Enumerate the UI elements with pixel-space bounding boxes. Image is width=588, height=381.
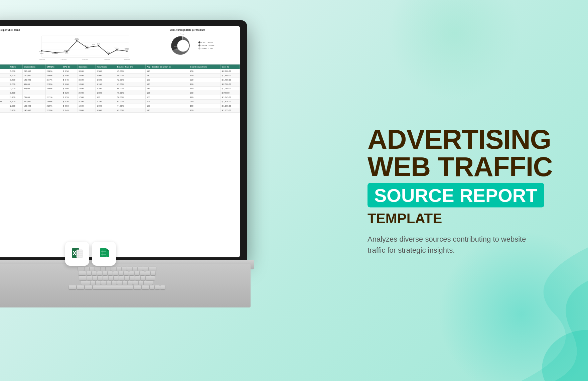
key xyxy=(92,271,97,275)
cell-goals: 140 xyxy=(189,87,220,91)
legend-label-social: Social xyxy=(201,44,207,46)
key-tab xyxy=(79,271,86,275)
cell-bounce: 44.00% xyxy=(116,104,146,108)
svg-text:Facebook: Facebook xyxy=(52,53,58,54)
col-sessions: Sessions xyxy=(78,65,96,69)
table-row: Sale 3,800 120,000 3.17% $ 0.45 3,100 1,… xyxy=(0,78,240,82)
key-row-2 xyxy=(0,271,244,275)
cell-impressions: 100,000 xyxy=(22,104,45,108)
cell-duration: 135 xyxy=(146,100,189,104)
excel-icon[interactable]: X xyxy=(65,242,89,266)
keyboard-area xyxy=(0,264,251,307)
key-shift-r xyxy=(144,281,153,285)
title-badge: SOURCE REPORT xyxy=(368,183,544,208)
svg-text:7-Jun-2024: 7-Jun-2024 xyxy=(104,59,110,60)
cell-new-users: 1,800 xyxy=(96,91,116,95)
key xyxy=(129,271,134,275)
key xyxy=(125,276,129,280)
svg-point-0 xyxy=(532,319,588,381)
key xyxy=(85,267,89,271)
donut-chart-svg: 57.8% Social 34.7% 7.5% Video xyxy=(170,32,196,59)
key xyxy=(78,267,84,271)
charts-area: Cost per Click Trend xyxy=(0,26,240,65)
laptop-screen: Cost per Click Trend xyxy=(0,26,240,257)
svg-text:Email: Email xyxy=(92,44,95,45)
cell-type: ale xyxy=(0,87,9,91)
laptop-container: Cost per Click Trend xyxy=(0,20,254,321)
cell-sessions: 1,800 xyxy=(78,87,96,91)
cell-duration: 120 xyxy=(146,69,189,74)
cell-goals: 230 xyxy=(189,91,220,95)
cell-sessions: 2,700 xyxy=(78,91,96,95)
key xyxy=(114,276,119,280)
key xyxy=(135,271,139,275)
legend-value-social: 57.8% xyxy=(208,44,214,46)
key xyxy=(90,267,95,271)
right-content: ADVERTISING WEB TRAFFIC SOURCE REPORT TE… xyxy=(368,126,568,256)
cell-impressions: 80,000 xyxy=(22,87,45,91)
svg-text:$0.50: $0.50 xyxy=(126,49,129,50)
key xyxy=(117,281,122,285)
cell-goals: 180 xyxy=(189,104,220,108)
line-chart-title: Cost per Click Trend xyxy=(0,29,166,31)
key xyxy=(109,276,113,280)
key xyxy=(113,271,118,275)
cell-new-users: 1,900 xyxy=(96,74,116,78)
donut-chart-box: Click-Through Rate per Medium xyxy=(170,29,237,63)
cell-cpc: $ 0.35 xyxy=(62,100,78,104)
svg-text:3-Jun-2024: 3-Jun-2024 xyxy=(60,59,66,60)
cell-cpc: $ 0.45 xyxy=(62,78,78,82)
cell-bounce: 45.00% xyxy=(116,69,146,74)
key xyxy=(87,271,91,275)
table-row: Sale 4,200 150,000 2.80% $ 0.40 2,800 1,… xyxy=(0,74,240,78)
key xyxy=(128,281,133,285)
cell-cost: $ 1,380.00 xyxy=(220,87,240,91)
bg-circle-1 xyxy=(388,0,521,100)
key xyxy=(106,267,111,271)
data-table: Clicks Impressions CTR (%) CPC ($) Sessi… xyxy=(0,65,240,113)
cell-cpc: $ 0.45 xyxy=(62,108,78,113)
svg-text:Video: Video xyxy=(180,33,183,35)
svg-rect-56 xyxy=(107,251,109,257)
key xyxy=(107,281,111,285)
cell-cpc: $ 0.20 xyxy=(62,91,78,95)
key xyxy=(140,271,145,275)
svg-text:57.8%: 57.8% xyxy=(176,48,180,50)
key-caps xyxy=(79,276,87,280)
title-line2: WEB TRAFFIC xyxy=(368,153,568,180)
key xyxy=(139,281,143,285)
legend-value-video: 7.5% xyxy=(208,47,213,49)
sheets-icon[interactable] xyxy=(92,242,116,266)
svg-text:5-Jun-2024: 5-Jun-2024 xyxy=(82,59,88,60)
col-bounce: Bounce Rate (%) xyxy=(116,65,146,69)
cell-duration: 140 xyxy=(146,82,189,87)
svg-point-13 xyxy=(98,45,99,46)
svg-text:Instagram: Instagram xyxy=(64,50,69,51)
svg-point-14 xyxy=(108,53,109,55)
key xyxy=(101,281,106,285)
key xyxy=(97,271,102,275)
cell-ctr: 2.20% xyxy=(45,104,62,108)
cell-impressions: 120,000 xyxy=(22,78,45,82)
cell-goals: 160 xyxy=(189,82,220,87)
cell-duration: 105 xyxy=(146,95,189,100)
key xyxy=(124,271,129,275)
svg-text:$0.50: $0.50 xyxy=(40,53,43,54)
line-chart-svg: Google $0.50 $0.40 Facebook Instagram $0… xyxy=(0,32,166,62)
key-row-3 xyxy=(0,276,244,280)
svg-point-16 xyxy=(126,50,128,52)
key xyxy=(133,281,138,285)
table-row: areness 4,500 250,000 1.80% $ 0.35 3,200… xyxy=(0,100,240,104)
cell-goals: 190 xyxy=(189,74,220,78)
key-space xyxy=(93,285,133,289)
cell-impressions: 250,000 xyxy=(22,100,45,104)
key xyxy=(127,267,132,271)
col-impressions: Impressions xyxy=(22,65,45,69)
col-duration: Avg. Session Duration (s) xyxy=(146,65,189,69)
svg-text:Bing: Bing xyxy=(107,51,110,53)
cell-type: each xyxy=(0,82,9,87)
cell-type: Sale xyxy=(0,74,9,78)
key xyxy=(87,276,92,280)
cell-sessions: 3,200 xyxy=(78,100,96,104)
cell-cost: $ 1,045.00 xyxy=(220,95,240,100)
